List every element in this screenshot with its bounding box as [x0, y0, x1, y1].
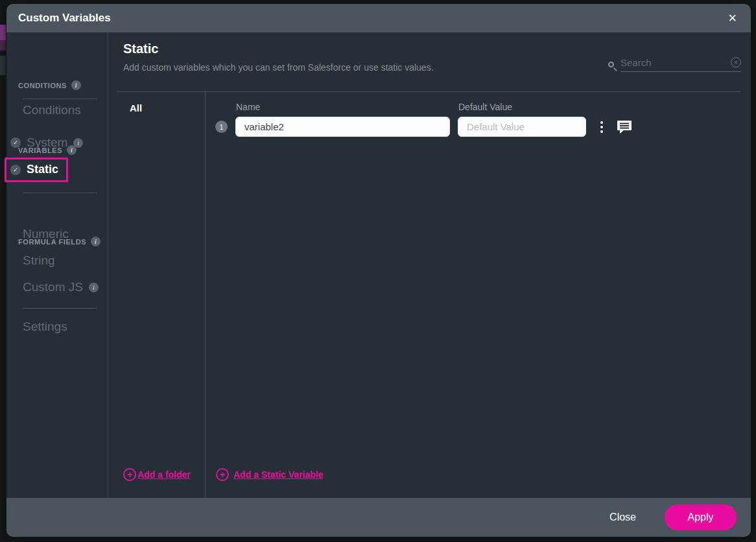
sidebar-item-settings[interactable]: Settings — [23, 320, 67, 334]
sidebar-item-string[interactable]: String — [23, 253, 55, 268]
folders-column: All + Add a folder — [108, 92, 206, 498]
main-content: All + Add a folder Name Default Value 1 — [108, 92, 751, 498]
backdrop-artifact — [0, 56, 6, 75]
variable-name-input[interactable] — [235, 117, 450, 137]
modal-title: Custom Variables — [18, 12, 111, 25]
clear-search-icon[interactable]: × — [731, 57, 741, 67]
row-menu-icon[interactable] — [599, 120, 604, 134]
page-description: Add custom variables which you can set f… — [123, 62, 434, 73]
modal-header: Custom Variables × — [6, 4, 751, 32]
sidebar-divider — [23, 99, 97, 99]
sidebar: CONDITIONS i Conditions VARIABLES i ✓ Sy… — [6, 32, 108, 498]
plus-icon: + — [123, 468, 136, 481]
search-icon — [608, 62, 614, 67]
info-icon[interactable]: i — [91, 237, 100, 246]
row-index-badge: 1 — [215, 121, 228, 133]
variables-column: Name Default Value 1 — [206, 92, 751, 498]
column-headers: Name Default Value — [206, 102, 751, 116]
custom-variables-modal: Custom Variables × CONDITIONS i Conditio… — [6, 4, 751, 537]
check-icon: ✓ — [10, 137, 21, 148]
folder-all[interactable]: All — [130, 102, 205, 113]
check-icon: ✓ — [10, 165, 21, 175]
modal-body: CONDITIONS i Conditions VARIABLES i ✓ Sy… — [6, 32, 751, 498]
default-value-header: Default Value — [458, 102, 512, 112]
main-panel: Static Add custom variables which you ca… — [108, 32, 751, 498]
name-header: Name — [236, 102, 260, 112]
plus-icon: + — [216, 468, 229, 481]
add-folder-link[interactable]: + Add a folder — [123, 468, 191, 481]
search-input[interactable] — [620, 57, 731, 68]
info-icon[interactable]: i — [73, 138, 83, 148]
close-icon[interactable]: × — [724, 10, 740, 27]
sidebar-divider — [23, 308, 97, 309]
section-label-conditions: CONDITIONS i — [18, 80, 81, 90]
sidebar-item-custom-js[interactable]: Custom JS i — [23, 280, 99, 294]
variable-row: 1 — [206, 117, 751, 137]
sidebar-item-static-active[interactable]: ✓ Static — [5, 158, 68, 182]
comment-icon[interactable] — [617, 120, 632, 134]
search-box: × — [608, 54, 741, 74]
sidebar-item-numeric[interactable]: Numeric — [23, 227, 69, 241]
backdrop-artifact — [0, 25, 6, 40]
backdrop-artifact — [0, 40, 6, 51]
sidebar-divider — [23, 193, 97, 193]
modal-footer: Close Apply — [6, 498, 751, 537]
info-icon[interactable]: i — [89, 283, 99, 292]
apply-button[interactable]: Apply — [665, 504, 737, 530]
close-button[interactable]: Close — [609, 512, 636, 523]
sidebar-item-system[interactable]: ✓ System i — [10, 136, 83, 150]
info-icon[interactable]: i — [71, 80, 81, 90]
sidebar-item-conditions[interactable]: Conditions — [23, 103, 81, 117]
page-title: Static — [123, 41, 158, 56]
default-value-input[interactable] — [458, 117, 586, 137]
add-static-variable-link[interactable]: + Add a Static Variable — [216, 468, 324, 481]
